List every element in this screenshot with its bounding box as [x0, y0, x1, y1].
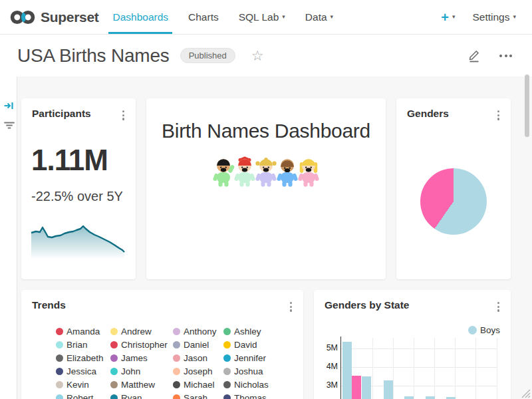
published-badge[interactable]: Published	[180, 48, 235, 63]
legend-item[interactable]: Ashley	[223, 325, 297, 338]
legend-label: Amanda	[66, 327, 100, 336]
edit-pencil-icon[interactable]	[467, 49, 481, 63]
expand-filter-bar-icon[interactable]	[3, 100, 14, 111]
legend-item[interactable]: Amanda	[56, 325, 110, 338]
child-figure-mint	[233, 156, 256, 189]
legend-dot-icon	[173, 354, 180, 362]
kebab-menu-icon[interactable]	[119, 108, 128, 123]
legend-item[interactable]: John	[110, 364, 173, 378]
legend-dot-icon	[110, 368, 118, 375]
dashboard-grid: Participants 1.11M -22.5% over 5Y Birth …	[0, 76, 532, 399]
legend-item[interactable]: Kevin	[56, 378, 110, 391]
gridline	[341, 367, 497, 368]
legend-item[interactable]: Jason	[173, 351, 223, 364]
bar-boys[interactable]	[342, 342, 352, 399]
nav-sql-lab[interactable]: SQL Lab ▾	[229, 0, 295, 34]
vertical-scrollbar-thumb[interactable]	[525, 74, 529, 137]
legend-dot-icon	[223, 368, 231, 375]
legend-item[interactable]: Andrew	[110, 325, 173, 338]
legend-dot-icon	[223, 381, 231, 388]
legend-item[interactable]: Matthew	[110, 378, 173, 391]
legend-item[interactable]: Jennifer	[223, 351, 297, 364]
legend-item[interactable]: Jessica	[56, 364, 110, 378]
legend-dot-icon	[223, 328, 231, 335]
superset-infinity-logo-icon	[9, 9, 36, 26]
gridline	[497, 338, 497, 399]
legend-dot-icon	[173, 341, 180, 348]
child-figure-lavender	[255, 156, 277, 189]
chevron-down-icon: ▾	[282, 14, 285, 20]
nav-dashboards[interactable]: Dashboards	[102, 0, 178, 34]
chart-card-genders: Genders	[396, 98, 511, 279]
legend-label: Ryan	[121, 393, 142, 399]
legend-label: Jessica	[66, 366, 96, 376]
big-number-value: 1.11M	[31, 144, 108, 177]
y-axis-tick-label: 3M	[321, 380, 338, 390]
y-axis-tick-label: 5M	[321, 343, 338, 352]
legend-label: James	[121, 353, 148, 363]
markdown-card: Birth Names Dashboard	[146, 98, 386, 279]
legend-item[interactable]: Thomas	[223, 391, 297, 399]
bar-boys[interactable]	[404, 396, 414, 399]
chevron-down-icon: ▾	[452, 14, 456, 20]
legend-item[interactable]: Anthony	[173, 325, 223, 338]
chart-card-participants: Participants 1.11M -22.5% over 5Y	[21, 98, 136, 279]
legend-item[interactable]: David	[223, 338, 297, 351]
legend-item[interactable]: Robert	[56, 391, 110, 399]
superset-app: Superset Dashboards Charts SQL Lab ▾ Dat…	[0, 0, 532, 399]
bar-girls[interactable]	[352, 376, 361, 399]
legend-dot-icon	[223, 341, 231, 348]
legend-dot-icon	[56, 328, 63, 335]
legend-item[interactable]: Christopher	[110, 338, 173, 351]
legend-item[interactable]: Brian	[56, 338, 110, 351]
bar-boys[interactable]	[426, 396, 435, 399]
legend-item[interactable]: Sarah	[173, 391, 223, 399]
legend-item[interactable]: Ryan	[110, 391, 173, 399]
favorite-star-icon[interactable]: ☆	[251, 48, 264, 64]
filter-icon[interactable]	[3, 120, 15, 131]
bar-boys[interactable]	[384, 380, 393, 399]
settings-menu[interactable]: Settings ▾	[472, 11, 516, 23]
legend-item[interactable]: Elizabeth	[56, 351, 110, 364]
dashboard-header: USA Births Names Published ☆	[0, 35, 532, 76]
legend-item[interactable]: Nicholas	[223, 378, 297, 391]
gridline	[414, 338, 414, 399]
legend-item[interactable]: James	[110, 351, 173, 364]
plus-icon: +	[441, 11, 449, 24]
legend-item[interactable]: Joshua	[223, 364, 297, 378]
gridline	[455, 338, 456, 399]
legend-item[interactable]: Michael	[173, 378, 223, 391]
big-number-subheader: -22.5% over 5Y	[31, 189, 123, 204]
legend-label: Ashley	[234, 327, 261, 336]
superset-logo[interactable]: Superset	[9, 0, 98, 34]
legend-dot-icon	[173, 368, 180, 375]
bar-boys[interactable]	[362, 376, 371, 399]
legend-dot-icon	[110, 394, 118, 399]
legend-label: Michael	[184, 380, 215, 390]
kebab-menu-icon[interactable]	[494, 108, 503, 123]
legend-item[interactable]: Joseph	[173, 364, 223, 378]
more-actions-menu[interactable]	[497, 52, 515, 60]
main-nav: Dashboards Charts SQL Lab ▾ Data ▾	[102, 0, 343, 34]
legend-dot-icon	[110, 341, 118, 348]
new-item-button[interactable]: + ▾	[441, 11, 455, 24]
resize-handle-icon[interactable]	[520, 388, 531, 398]
nav-charts[interactable]: Charts	[178, 0, 229, 34]
settings-label: Settings	[472, 11, 509, 23]
legend-dot-icon	[173, 381, 180, 388]
chevron-down-icon: ▾	[513, 14, 516, 20]
gridline	[475, 338, 476, 399]
page-title: USA Births Names	[17, 45, 170, 66]
legend-label: Jason	[184, 353, 207, 363]
genders-pie-chart[interactable]	[420, 168, 487, 235]
navbar-right: + ▾ Settings ▾	[441, 0, 523, 34]
kebab-menu-icon[interactable]	[287, 299, 295, 315]
chart-title: Trends	[32, 299, 66, 311]
chart-card-genders-by-state: Genders by State Boys 5M4M3M	[314, 290, 511, 399]
legend-dot-icon	[56, 381, 63, 388]
legend-label: John	[121, 366, 140, 376]
legend-dot-icon	[56, 354, 63, 362]
chart-title: Participants	[32, 108, 91, 120]
nav-data[interactable]: Data ▾	[295, 0, 343, 34]
legend-item[interactable]: Daniel	[173, 338, 223, 351]
